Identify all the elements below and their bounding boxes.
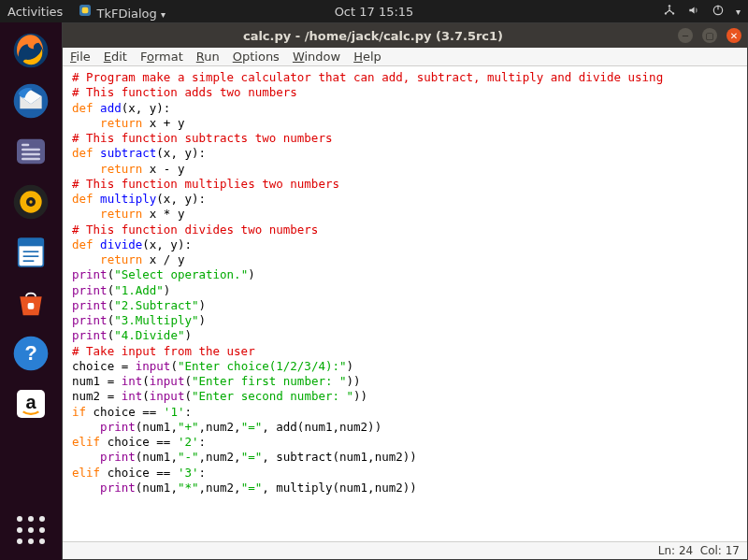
svg-rect-6 [717, 5, 718, 9]
ubuntu-dock: ? a [0, 22, 62, 560]
dock-software[interactable] [8, 280, 53, 325]
dock-help[interactable]: ? [8, 331, 53, 376]
menu-options[interactable]: Options [233, 50, 280, 64]
svg-rect-23 [28, 303, 35, 309]
menu-help[interactable]: Help [353, 50, 381, 64]
status-line: Ln: 24 [658, 544, 693, 557]
window-titlebar[interactable]: calc.py - /home/jack/calc.py (3.7.5rc1) … [63, 23, 747, 48]
window-maximize[interactable]: ▢ [702, 28, 717, 43]
svg-point-28 [17, 516, 22, 522]
svg-point-33 [39, 527, 45, 533]
svg-point-32 [28, 527, 34, 533]
window-title: calc.py - /home/jack/calc.py (3.7.5rc1) [68, 29, 678, 43]
svg-point-34 [17, 538, 22, 544]
dock-thunderbird[interactable] [8, 79, 53, 123]
svg-rect-22 [23, 260, 35, 262]
menu-run[interactable]: Run [196, 50, 220, 64]
menu-edit[interactable]: Edit [104, 50, 127, 64]
menu-file[interactable]: File [70, 50, 91, 64]
svg-rect-21 [23, 255, 39, 257]
svg-point-17 [29, 200, 32, 203]
svg-rect-1 [82, 7, 89, 13]
svg-point-36 [39, 538, 45, 544]
window-close[interactable]: ✕ [726, 28, 741, 43]
svg-point-31 [17, 527, 22, 533]
status-col: Col: 17 [700, 544, 740, 557]
svg-point-29 [28, 516, 34, 522]
chevron-down-icon[interactable]: ▾ [736, 7, 741, 17]
app-menu[interactable]: TkFDialog [78, 3, 165, 21]
dock-rhythmbox[interactable] [8, 179, 53, 224]
window-minimize[interactable]: ─ [678, 28, 693, 43]
svg-rect-11 [22, 149, 40, 151]
clock[interactable]: Oct 17 15:15 [335, 5, 414, 19]
svg-rect-19 [19, 238, 44, 246]
python-icon [78, 7, 93, 21]
idle-window: calc.py - /home/jack/calc.py (3.7.5rc1) … [62, 22, 748, 560]
dock-files[interactable] [8, 129, 53, 174]
menu-format[interactable]: Format [140, 50, 183, 64]
svg-rect-20 [23, 251, 39, 252]
menubar: File Edit Format Run Options Window Help [63, 48, 747, 66]
dock-firefox[interactable] [8, 28, 53, 73]
svg-point-2 [669, 5, 670, 7]
dock-amazon[interactable]: a [8, 381, 53, 426]
svg-text:a: a [25, 392, 36, 412]
svg-rect-10 [22, 144, 29, 147]
menu-window[interactable]: Window [293, 50, 340, 64]
svg-point-35 [28, 538, 34, 544]
svg-point-30 [39, 516, 45, 522]
dock-libreoffice-writer[interactable] [8, 230, 53, 275]
status-bar: Ln: 24 Col: 17 [63, 541, 747, 559]
svg-text:?: ? [24, 341, 36, 365]
svg-rect-13 [22, 158, 40, 161]
network-icon[interactable] [663, 4, 676, 20]
power-icon[interactable] [712, 4, 725, 20]
code-editor[interactable]: # Program make a simple calculator that … [63, 66, 747, 541]
gnome-top-bar: Activities TkFDialog Oct 17 15:15 ▾ [0, 0, 748, 22]
volume-icon[interactable] [687, 4, 700, 20]
svg-rect-9 [17, 139, 45, 165]
activities-button[interactable]: Activities [7, 5, 63, 19]
svg-rect-12 [22, 153, 40, 156]
show-applications[interactable] [8, 508, 53, 553]
